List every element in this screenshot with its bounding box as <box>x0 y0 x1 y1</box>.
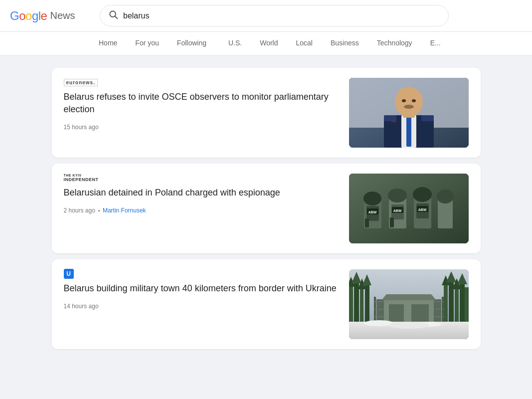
svg-point-10 <box>404 105 414 109</box>
logo-area: Google News <box>10 9 90 23</box>
svg-text:ABW: ABW <box>418 208 426 211</box>
svg-rect-63 <box>411 304 429 324</box>
nav-item-entertainment[interactable]: E... <box>421 32 450 55</box>
article-card[interactable]: U Belarus building military town 40 kilo… <box>52 259 481 349</box>
svg-rect-38 <box>349 284 353 324</box>
svg-rect-33 <box>438 200 453 228</box>
article-time: 14 hours ago <box>64 303 99 310</box>
svg-point-68 <box>389 322 429 329</box>
article-content: THE KYIV INDEPENDENT Belarusian detained… <box>64 174 339 214</box>
article-time: 15 hours ago <box>64 124 99 131</box>
news-label: News <box>50 10 75 21</box>
svg-rect-40 <box>360 287 363 324</box>
article-card[interactable]: THE KYIV INDEPENDENT Belarusian detained… <box>52 164 481 253</box>
source-u: U <box>64 269 74 279</box>
article-author: Martin Fornusek <box>103 207 146 214</box>
svg-rect-42 <box>444 283 448 324</box>
svg-point-27 <box>388 189 407 202</box>
search-bar <box>100 5 449 26</box>
svg-rect-62 <box>389 304 404 324</box>
main-nav: Home For you Following U.S. World Local … <box>0 32 532 56</box>
article-time: 2 hours ago <box>64 207 95 214</box>
nav-item-for-you[interactable]: For you <box>126 32 168 55</box>
svg-line-1 <box>115 16 118 19</box>
article-meta: 15 hours ago <box>64 124 339 131</box>
svg-text:ABW: ABW <box>368 210 376 214</box>
nav-item-us[interactable]: U.S. <box>219 32 251 55</box>
svg-rect-36 <box>390 217 394 227</box>
article-title: Belarusian detained in Poland charged wi… <box>64 187 339 199</box>
svg-point-22 <box>363 192 381 205</box>
svg-point-11 <box>402 99 406 102</box>
article-meta: 2 hours ago Martin Fornusek <box>64 207 339 214</box>
source-logo: U <box>64 269 339 278</box>
article-thumbnail <box>349 269 469 339</box>
article-title: Belarus refuses to invite OSCE observers… <box>64 91 339 116</box>
svg-text:ABW: ABW <box>393 209 401 212</box>
svg-rect-39 <box>354 279 359 324</box>
article-thumbnail: ABW ABW ABW <box>349 174 469 243</box>
article-image <box>349 269 469 339</box>
article-content: U Belarus building military town 40 kilo… <box>64 269 339 310</box>
header: Google News <box>0 0 532 32</box>
article-image: ABW ABW ABW <box>349 174 469 243</box>
nav-item-following[interactable]: Following <box>168 32 215 55</box>
source-kyiv: THE KYIV INDEPENDENT <box>64 174 99 183</box>
nav-item-technology[interactable]: Technology <box>368 32 421 55</box>
svg-point-34 <box>437 190 454 203</box>
google-logo: Google <box>10 9 47 23</box>
svg-point-32 <box>413 187 432 202</box>
svg-rect-15 <box>421 115 434 121</box>
article-meta: 14 hours ago <box>64 303 339 310</box>
svg-point-12 <box>412 99 416 102</box>
svg-rect-41 <box>365 282 369 324</box>
svg-marker-64 <box>381 294 436 300</box>
articles-list: euronews. Belarus refuses to invite OSCE… <box>52 68 481 349</box>
main-content: euronews. Belarus refuses to invite OSCE… <box>0 56 532 361</box>
source-euronews: euronews. <box>64 79 98 86</box>
nav-item-business[interactable]: Business <box>322 32 368 55</box>
svg-rect-45 <box>460 280 465 324</box>
svg-rect-7 <box>406 117 411 147</box>
svg-rect-35 <box>365 218 369 227</box>
svg-point-9 <box>395 87 423 117</box>
svg-rect-14 <box>384 115 396 121</box>
source-logo: euronews. <box>64 78 339 87</box>
article-thumbnail <box>349 78 469 148</box>
svg-rect-46 <box>465 287 469 324</box>
article-card[interactable]: euronews. Belarus refuses to invite OSCE… <box>52 68 481 158</box>
dot-separator <box>98 210 100 211</box>
article-image <box>349 78 469 148</box>
article-content: euronews. Belarus refuses to invite OSCE… <box>64 78 339 131</box>
search-icon <box>108 9 118 22</box>
nav-item-world[interactable]: World <box>251 32 287 55</box>
search-input[interactable] <box>123 11 440 20</box>
nav-item-home[interactable]: Home <box>90 32 126 55</box>
source-logo: THE KYIV INDEPENDENT <box>64 174 339 183</box>
article-title: Belarus building military town 40 kilome… <box>64 282 339 295</box>
svg-rect-44 <box>455 285 459 324</box>
nav-item-local[interactable]: Local <box>287 32 322 55</box>
